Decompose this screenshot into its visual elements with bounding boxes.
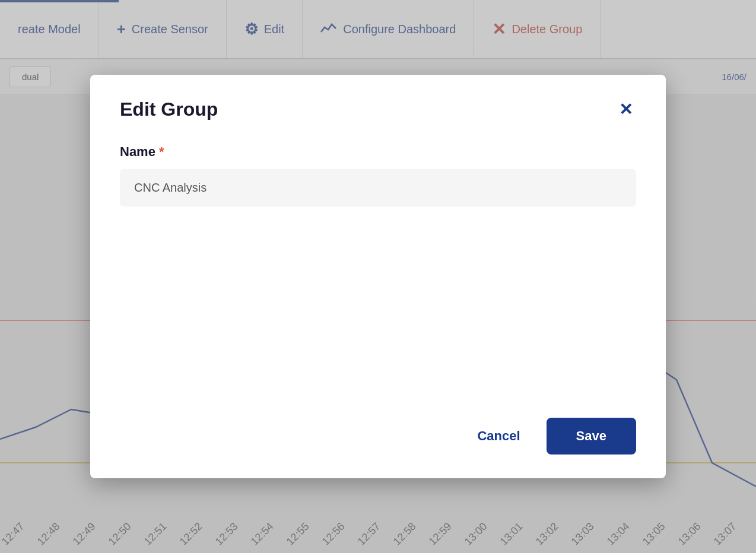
save-button[interactable]: Save [547,418,636,455]
name-label-text: Name [120,144,155,160]
name-input[interactable] [120,169,636,206]
close-icon: ✕ [619,101,633,118]
modal-footer: Cancel Save [120,406,636,455]
name-field-label: Name * [120,144,636,160]
modal-header: Edit Group ✕ [120,98,636,120]
cancel-button[interactable]: Cancel [465,422,532,450]
modal-body: Name * [120,144,636,382]
modal-title: Edit Group [120,98,218,120]
modal-close-button[interactable]: ✕ [615,99,636,120]
modal-overlay: Edit Group ✕ Name * Cancel Save [0,0,756,553]
edit-group-modal: Edit Group ✕ Name * Cancel Save [90,75,666,478]
required-star: * [159,144,164,160]
